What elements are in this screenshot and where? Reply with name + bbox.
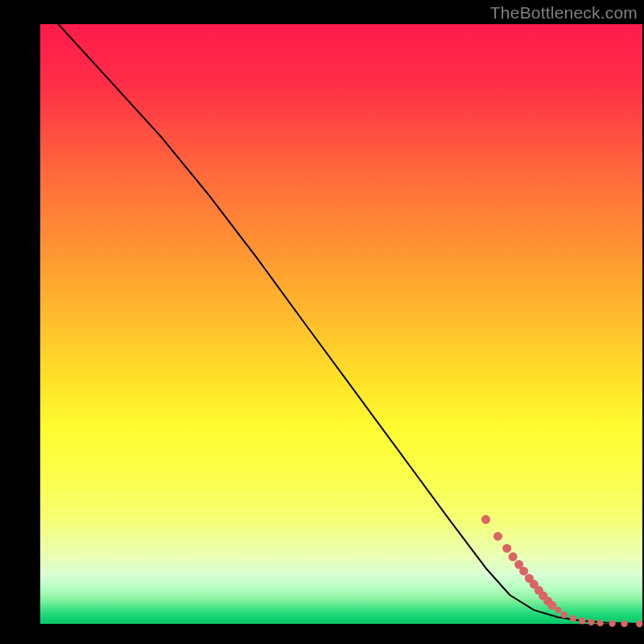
scatter-point xyxy=(570,615,576,621)
scatter-point xyxy=(493,532,502,541)
chart-stage: TheBottleneck.com xyxy=(0,0,644,644)
scatter-point xyxy=(609,620,615,626)
scatter-point xyxy=(502,544,511,553)
scatter-point xyxy=(588,619,594,625)
scatter-point xyxy=(555,607,561,613)
scatter-point xyxy=(481,515,490,524)
scatter-point xyxy=(579,617,585,624)
scatter-point xyxy=(636,621,642,627)
scatter-point xyxy=(561,612,568,618)
scatter-point xyxy=(519,567,528,576)
scatter-point xyxy=(509,552,518,561)
scatter-point xyxy=(621,621,627,627)
scatter-point xyxy=(547,601,556,609)
plot-background xyxy=(40,24,642,624)
chart-svg xyxy=(0,0,644,644)
scatter-point xyxy=(597,620,603,626)
